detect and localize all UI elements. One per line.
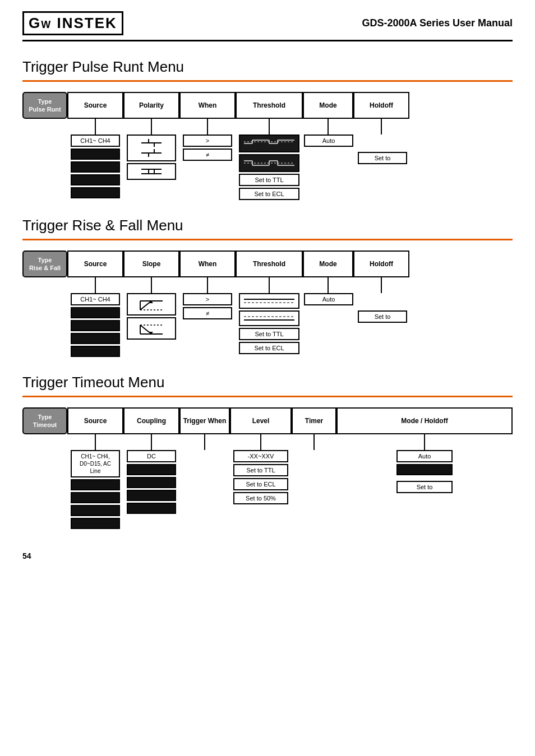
vline-mode-2 [303,277,353,293]
header-trigger-when: Trigger When [179,407,230,434]
holdoff-set-to-1: Set to [358,152,407,164]
wave-high-icon [244,138,294,149]
polarity-neg-icon [140,148,163,158]
source-ch1-ch4-2: CH1~ CH4 [71,293,120,305]
source-dark-5 [71,307,120,318]
header-when-1: When [179,92,236,119]
source-dark-4 [71,187,120,198]
vline-mode-holdoff [336,434,513,450]
threshold-wave-low [239,154,299,172]
source-timeout-dark-2 [71,492,120,503]
vline-when-1 [179,119,236,134]
thresh-rise-low-icon [244,314,294,322]
source-dark-3 [71,174,120,185]
svg-rect-4 [141,152,162,154]
header-mode-2: Mode [303,251,353,277]
type-label: Type [38,98,52,105]
header-source-3: Source [67,407,123,434]
rise-fall-header-row: TypeRise & Fall Source Slope When Thresh… [22,251,513,277]
sub-timer [292,450,336,529]
vline-mode-1 [303,119,353,134]
pulse-runt-header-row: TypePulse Runt Source Polarity When Thre… [22,92,513,119]
header-coupling: Coupling [123,407,179,434]
header-holdoff-2: Holdoff [353,251,409,277]
sub-level: -XX~XXV Set to TTL Set to ECL Set to 50% [230,450,292,529]
slope-fall-icon [137,321,165,336]
rise-fall-vlines [67,277,513,293]
wave-low-icon [244,158,294,168]
threshold-rise-high [239,293,299,309]
source-timeout-dark-1 [71,479,120,490]
pulse-runt-sub-row: CH1~ CH4 [67,134,513,200]
section-pulse-runt: Trigger Pulse Runt Menu TypePulse Runt S… [22,58,513,200]
sub-mode-1: Auto [303,134,354,200]
logo-gw: GW [29,15,52,31]
manual-title: GDS-2000A Series User Manual [362,17,513,29]
section-timeout: Trigger Timeout Menu TypeTimeout Source … [22,374,513,529]
holdoff-set-to-2: Set to [358,310,407,323]
vline-level [230,434,292,450]
vline-source-2 [67,277,123,293]
svg-rect-10 [141,173,162,174]
vline-holdoff-1 [353,119,409,134]
sub-mode-2: Auto [303,293,354,357]
sub-coupling: DC [123,450,179,529]
sub-source-3: CH1~ CH4, D0~D15, AC Line [67,450,123,529]
vline-threshold-2 [236,277,303,293]
sub-holdoff-1: Set to [354,134,411,200]
slope-rise-box [127,293,176,316]
type-label-2: Type [38,257,52,263]
type-box-rise-fall: TypeRise & Fall [22,251,67,277]
timeout-diagram: TypeTimeout Source Coupling Trigger When… [22,407,513,529]
source-timeout-1: CH1~ CH4, D0~D15, AC Line [71,450,120,477]
header-polarity: Polarity [123,92,179,119]
type-box-timeout: TypeTimeout [22,407,67,434]
type-value-pulse-runt: Pulse Runt [29,106,61,113]
sub-threshold-1: Set to TTL Set to ECL [236,134,303,200]
mode-auto-2: Auto [304,293,353,305]
pulse-runt-diagram: TypePulse Runt Source Polarity When Thre… [22,92,513,200]
thresh-rise-high-icon [244,297,294,305]
polarity-pos-neg [127,134,176,161]
page-number: 54 [22,551,513,560]
vline-when-2 [179,277,236,293]
level-set-ttl: Set to TTL [233,464,288,476]
type-label-3: Type [38,414,52,420]
mode-auto-1: Auto [304,134,353,147]
header-mode-holdoff: Mode / Holdoff [336,407,513,434]
threshold-set-ecl-2: Set to ECL [239,342,299,354]
level-set-50: Set to 50% [233,492,288,504]
header-source-1: Source [67,92,123,119]
coupling-dark-3 [127,490,176,501]
sub-mode-holdoff: Auto Set to [336,450,513,529]
when-neq: ≠ [183,149,232,161]
header-mode-1: Mode [303,92,353,119]
modeholdoff-auto: Auto [396,450,453,462]
sub-threshold-2: Set to TTL Set to ECL [236,293,303,357]
type-box-pulse-runt: TypePulse Runt [22,92,67,119]
pulse-runt-vlines [67,119,513,134]
source-timeout-dark-3 [71,505,120,516]
svg-rect-3 [141,142,162,143]
coupling-dark-4 [127,503,176,514]
polarity-ne [127,163,176,180]
sub-source-2: CH1~ CH4 [67,293,123,357]
polarity-both-icon [140,166,163,177]
vline-slope [123,277,179,293]
vline-holdoff-2 [353,277,409,293]
sub-polarity [123,134,179,200]
threshold-set-ecl-1: Set to ECL [239,188,299,200]
sub-slope [123,293,179,357]
vline-source-1 [67,119,123,134]
source-dark-8 [71,346,120,357]
orange-divider-2 [22,239,513,240]
section-title-pulse-runt: Trigger Pulse Runt Menu [22,58,513,76]
sub-when-1: > ≠ [179,134,236,200]
header-holdoff-1: Holdoff [353,92,409,119]
source-ch1-ch4: CH1~ CH4 [71,134,120,147]
page-header: GW INSTEK GDS-2000A Series User Manual [22,11,513,41]
when-neq-2: ≠ [183,307,232,319]
timeout-vlines [67,434,513,450]
sub-when-2: > ≠ [179,293,236,357]
vline-timer [292,434,336,450]
